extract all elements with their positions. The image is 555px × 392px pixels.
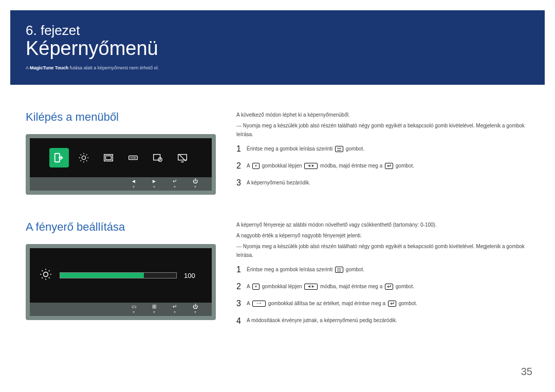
bright-step-4: 4 A módosítások érvényre jutnak, a képer… bbox=[236, 314, 529, 328]
chapter-label: 6. fejezet bbox=[26, 23, 529, 38]
enter-icon bbox=[385, 163, 393, 169]
section-exit: Kilépés a menüből HDMI bbox=[26, 110, 529, 195]
hdmi-icon: HDMI bbox=[123, 148, 143, 167]
page-number: 35 bbox=[521, 366, 532, 378]
osd-top-row: HDMI bbox=[30, 138, 212, 177]
svg-rect-6 bbox=[154, 155, 160, 160]
exit-intro: A következő módon léphet ki a képernyőme… bbox=[236, 110, 529, 119]
svg-point-9 bbox=[44, 272, 48, 277]
left-right-icon: ◄► bbox=[304, 163, 318, 169]
bright-left-col: A fényerő beállítása 100 ▭▾ ⊞▾ bbox=[26, 220, 216, 320]
step-number: 2 bbox=[236, 159, 243, 173]
bright-sub: A nagyobb érték a képernyő nagyobb fénye… bbox=[236, 231, 529, 240]
dot-icon: • bbox=[252, 163, 260, 169]
step-number: 3 bbox=[236, 176, 243, 190]
nav-left-icon: ◄▾ bbox=[128, 179, 139, 189]
nav-enter-icon: ↵▾ bbox=[170, 304, 180, 314]
brightness-value: 100 bbox=[184, 272, 202, 279]
brightness-bar bbox=[60, 272, 177, 278]
note-bold: MagicTune Touch bbox=[30, 65, 68, 70]
menu-icon bbox=[335, 146, 343, 152]
picture-size-icon bbox=[99, 148, 118, 167]
osd-nav-row: ◄▾ ►▾ ↵▾ ⏻▾ bbox=[30, 177, 212, 191]
osd2-top-row: 100 bbox=[30, 248, 212, 303]
chapter-header: 6. fejezet Képernyőmenü A MagicTune Touc… bbox=[10, 10, 545, 85]
exit-right-col: A következő módon léphet ki a képernyőme… bbox=[236, 110, 529, 190]
exit-dash: Nyomja meg a készülék jobb alsó részén t… bbox=[236, 121, 529, 139]
exit-step-3: 3 A képernyőmenü bezáródik. bbox=[236, 176, 529, 190]
step-text: A módosítások érvényre jutnak, a képerny… bbox=[247, 317, 529, 324]
exit-step-2: 2 A • gombokkal lépjen ◄► módba, majd ér… bbox=[236, 159, 529, 173]
nav-enter-icon: ↵▾ bbox=[170, 179, 180, 189]
timer-icon bbox=[148, 148, 168, 167]
nav-power-icon: ⏻▾ bbox=[190, 304, 200, 314]
step-number: 1 bbox=[236, 142, 243, 156]
exit-heading: Kilépés a menüből bbox=[26, 110, 216, 124]
left-right-icon: ◄► bbox=[304, 284, 318, 290]
bright-intro: A képernyő fényereje az alábbi módon növ… bbox=[236, 220, 529, 229]
step-number: 3 bbox=[236, 296, 243, 310]
note-prefix: A bbox=[26, 65, 30, 70]
nav-minus-icon: ▭▾ bbox=[128, 304, 139, 314]
svg-rect-3 bbox=[106, 156, 112, 159]
bright-step-3: 3 A −+ gombokkal állítsa be az értéket, … bbox=[236, 296, 529, 310]
exit-icon bbox=[49, 148, 69, 167]
osd-panel-brightness: 100 ▭▾ ⊞▾ ↵▾ ⏻▾ bbox=[26, 244, 216, 320]
content-area: Kilépés a menüből HDMI bbox=[10, 85, 545, 328]
brightness-bar-fill bbox=[60, 273, 144, 278]
enter-icon bbox=[388, 301, 396, 307]
step-number: 1 bbox=[236, 263, 243, 276]
exit-step-1: 1 Érintse meg a gombok leírása szerinti … bbox=[236, 142, 529, 156]
enter-icon bbox=[385, 284, 393, 290]
chapter-title: Képernyőmenü bbox=[26, 38, 529, 60]
minus-plus-icon: −+ bbox=[252, 301, 266, 307]
step-text: A • gombokkal lépjen ◄► módba, majd érin… bbox=[247, 162, 529, 170]
osd-panel-exit: HDMI ◄▾ ►▾ ↵▾ ⏻▾ bbox=[26, 134, 216, 195]
section-brightness: A fényerő beállítása 100 ▭▾ ⊞▾ bbox=[26, 220, 529, 328]
svg-point-1 bbox=[82, 156, 85, 159]
bright-step-2: 2 A • gombokkal lépjen ◄► módba, majd ér… bbox=[236, 279, 529, 293]
bright-dash: Nyomja meg a készülék jobb alsó részén t… bbox=[236, 242, 529, 259]
manual-page: 6. fejezet Képernyőmenü A MagicTune Touc… bbox=[10, 10, 545, 382]
step-text: A képernyőmenü bezáródik. bbox=[247, 179, 529, 186]
note-suffix: futása alatt a képernyőmenü nem érhető e… bbox=[68, 65, 159, 70]
spacer bbox=[26, 195, 529, 220]
step-text: Érintse meg a gombok leírása szerinti go… bbox=[247, 145, 529, 153]
bright-right-col: A képernyő fényereje az alábbi módon növ… bbox=[236, 220, 529, 328]
brightness-icon bbox=[74, 148, 94, 167]
header-note: A MagicTune Touch futása alatt a képerny… bbox=[26, 65, 529, 70]
step-number: 2 bbox=[236, 279, 243, 293]
menu-icon bbox=[335, 267, 343, 273]
step-number: 4 bbox=[236, 314, 243, 328]
step-text: Érintse meg a gombok leírása szerinti go… bbox=[247, 266, 529, 273]
brightness-icon bbox=[39, 268, 52, 283]
step-text: A • gombokkal lépjen ◄► módba, majd érin… bbox=[247, 283, 529, 290]
display-off-icon bbox=[173, 148, 192, 167]
dot-icon: • bbox=[252, 284, 260, 290]
bright-step-1: 1 Érintse meg a gombok leírása szerinti … bbox=[236, 263, 529, 276]
nav-right-icon: ►▾ bbox=[149, 179, 159, 189]
svg-text:HDMI: HDMI bbox=[130, 157, 136, 159]
exit-left-col: Kilépés a menüből HDMI bbox=[26, 110, 216, 195]
step-text: A −+ gombokkal állítsa be az értéket, ma… bbox=[247, 300, 529, 307]
bright-heading: A fényerő beállítása bbox=[26, 220, 216, 234]
osd2-nav-row: ▭▾ ⊞▾ ↵▾ ⏻▾ bbox=[30, 303, 212, 316]
nav-plus-icon: ⊞▾ bbox=[149, 304, 159, 314]
nav-power-icon: ⏻▾ bbox=[190, 179, 200, 189]
